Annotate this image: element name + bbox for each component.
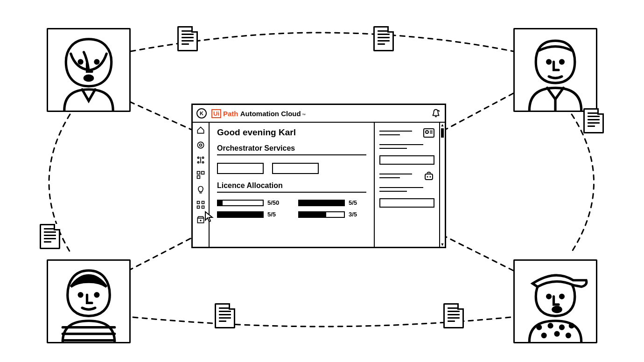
- robot-icon: [423, 171, 434, 181]
- svg-point-1: [95, 60, 98, 63]
- svg-point-17: [542, 334, 546, 337]
- brand-product: Automation Cloud: [240, 110, 301, 118]
- svg-point-20: [197, 142, 203, 148]
- document-icon: [40, 224, 60, 249]
- svg-rect-29: [197, 176, 200, 179]
- nodes-icon[interactable]: [196, 155, 205, 165]
- service-card[interactable]: [217, 163, 264, 174]
- svg-point-35: [426, 131, 428, 133]
- user-portrait: [47, 28, 131, 112]
- licence-value: 3/5: [349, 211, 366, 218]
- brand-ui: Ui: [211, 109, 221, 118]
- grid-icon[interactable]: [196, 170, 205, 180]
- document-icon: [373, 26, 394, 51]
- bulb-icon[interactable]: [196, 185, 205, 195]
- svg-rect-32: [197, 206, 200, 209]
- svg-point-10: [547, 295, 551, 298]
- svg-point-39: [427, 176, 428, 178]
- user-portrait: [513, 259, 597, 343]
- svg-point-15: [560, 326, 563, 329]
- document-icon: [443, 303, 464, 328]
- licence-bar: [217, 200, 264, 206]
- orchestrator-section-title: Orchestrator Services: [217, 144, 366, 155]
- app-header: K Ui Path Automation Cloud™: [193, 105, 445, 123]
- svg-point-6: [95, 293, 98, 297]
- licence-value: 5/5: [267, 211, 285, 218]
- svg-rect-33: [202, 206, 204, 209]
- service-boxes: [217, 163, 366, 174]
- svg-point-25: [202, 161, 203, 163]
- user-portrait: [47, 259, 131, 343]
- svg-point-18: [555, 332, 559, 335]
- licence-value: 5/5: [349, 199, 366, 206]
- apps-icon[interactable]: [196, 200, 205, 209]
- licence-row: 5/5: [298, 199, 366, 206]
- svg-point-21: [200, 144, 202, 146]
- svg-point-11: [560, 295, 563, 298]
- licence-bar: [298, 211, 345, 218]
- svg-point-3: [547, 60, 551, 63]
- brand-tm: ™: [302, 113, 306, 117]
- licence-grid: 5/50 5/5 5/5 3/5: [217, 199, 366, 218]
- svg-point-24: [197, 161, 199, 163]
- panel-field[interactable]: [379, 198, 434, 208]
- document-icon: [583, 108, 604, 133]
- svg-point-12: [553, 307, 561, 312]
- svg-point-13: [538, 326, 541, 329]
- store-icon[interactable]: [196, 215, 205, 224]
- right-panel: [374, 123, 439, 247]
- greeting-text: Good evening Karl: [217, 127, 366, 138]
- id-card-icon: [423, 128, 434, 138]
- main-content: Good evening Karl Orchestrator Services …: [210, 123, 374, 247]
- panel-field[interactable]: [379, 155, 434, 165]
- licence-bar: [217, 211, 264, 218]
- licence-row: 5/50: [217, 199, 285, 206]
- sidebar: [193, 123, 210, 247]
- document-icon: [177, 26, 198, 51]
- svg-rect-27: [197, 172, 200, 174]
- svg-point-19: [567, 334, 570, 337]
- brand-path: Path: [223, 110, 238, 118]
- svg-point-2: [84, 76, 92, 80]
- notification-bell-icon[interactable]: [431, 108, 441, 118]
- svg-point-16: [570, 324, 573, 327]
- service-card[interactable]: [272, 163, 319, 174]
- svg-point-22: [197, 157, 199, 158]
- brand-logo: Ui Path Automation Cloud™: [211, 109, 306, 118]
- licence-section-title: Licence Allocation: [217, 181, 366, 193]
- svg-rect-28: [202, 172, 204, 174]
- app-window: ▲ ▼ K Ui Path Automation Cloud™: [191, 104, 446, 248]
- licence-row: 3/5: [298, 211, 366, 218]
- document-icon: [215, 303, 235, 328]
- user-avatar-badge[interactable]: K: [196, 108, 207, 118]
- user-portrait: [513, 28, 597, 112]
- svg-point-14: [549, 324, 552, 327]
- licence-value: 5/50: [267, 199, 285, 206]
- home-icon[interactable]: [196, 125, 205, 135]
- svg-rect-30: [197, 202, 200, 204]
- svg-rect-38: [425, 174, 433, 180]
- svg-point-40: [430, 176, 431, 178]
- licence-bar: [298, 200, 345, 206]
- svg-point-5: [79, 293, 82, 297]
- target-icon[interactable]: [196, 140, 205, 150]
- licence-row: 5/5: [217, 211, 285, 218]
- scrollbar[interactable]: ▲ ▼: [439, 123, 445, 247]
- svg-rect-31: [202, 202, 204, 204]
- svg-point-0: [79, 60, 82, 63]
- svg-point-4: [560, 60, 563, 63]
- svg-point-23: [202, 157, 203, 158]
